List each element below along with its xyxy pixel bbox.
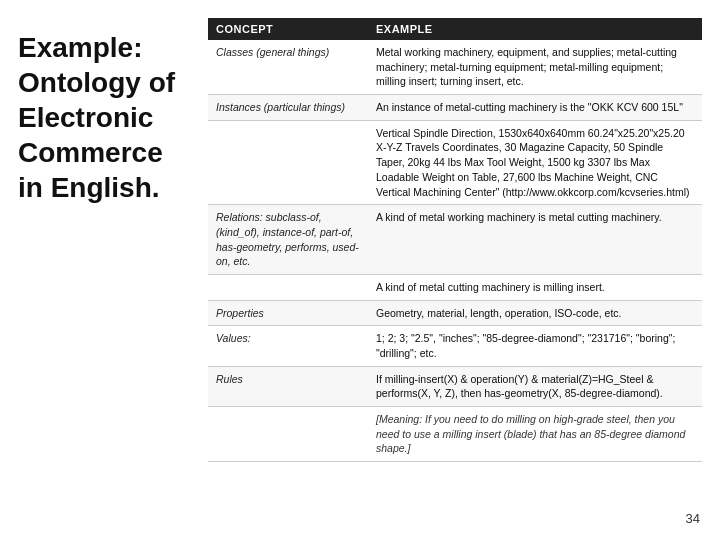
table-area: CONCEPT EXAMPLE Classes (general things)… <box>208 18 702 462</box>
concept-cell <box>208 407 368 462</box>
concept-cell: Rules <box>208 366 368 406</box>
table-row: Instances (particular things)An instance… <box>208 95 702 121</box>
example-cell: Geometry, material, length, operation, I… <box>368 300 702 326</box>
example-cell: If milling-insert(X) & operation(Y) & ma… <box>368 366 702 406</box>
example-cell: Metal working machinery, equipment, and … <box>368 40 702 95</box>
col-header-example: EXAMPLE <box>368 18 702 40</box>
page-number: 34 <box>686 511 700 526</box>
slide-container: Example:Ontology ofElectronicCommercein … <box>0 0 720 540</box>
concept-cell: Relations: subclass-of, (kind_of), insta… <box>208 205 368 275</box>
table-row: [Meaning: If you need to do milling on h… <box>208 407 702 462</box>
concept-cell <box>208 120 368 204</box>
table-row: PropertiesGeometry, material, length, op… <box>208 300 702 326</box>
ontology-table: CONCEPT EXAMPLE Classes (general things)… <box>208 18 702 462</box>
table-row: Values:1; 2; 3; "2.5", "inches"; "85-deg… <box>208 326 702 366</box>
example-cell: An instance of metal-cutting machinery i… <box>368 95 702 121</box>
example-cell: 1; 2; 3; "2.5", "inches"; "85-degree-dia… <box>368 326 702 366</box>
table-row: A kind of metal cutting machinery is mil… <box>208 274 702 300</box>
table-row: Vertical Spindle Direction, 1530x640x640… <box>208 120 702 204</box>
example-cell: A kind of metal cutting machinery is mil… <box>368 274 702 300</box>
table-row: Classes (general things)Metal working ma… <box>208 40 702 95</box>
example-cell: Vertical Spindle Direction, 1530x640x640… <box>368 120 702 204</box>
table-row: RulesIf milling-insert(X) & operation(Y)… <box>208 366 702 406</box>
example-cell: A kind of metal working machinery is met… <box>368 205 702 275</box>
concept-cell: Properties <box>208 300 368 326</box>
concept-cell <box>208 274 368 300</box>
concept-cell: Classes (general things) <box>208 40 368 95</box>
col-header-concept: CONCEPT <box>208 18 368 40</box>
title-text: Example:Ontology ofElectronicCommercein … <box>18 30 192 205</box>
example-cell: [Meaning: If you need to do milling on h… <box>368 407 702 462</box>
slide-title: Example:Ontology ofElectronicCommercein … <box>18 18 208 205</box>
concept-cell: Instances (particular things) <box>208 95 368 121</box>
concept-cell: Values: <box>208 326 368 366</box>
table-row: Relations: subclass-of, (kind_of), insta… <box>208 205 702 275</box>
